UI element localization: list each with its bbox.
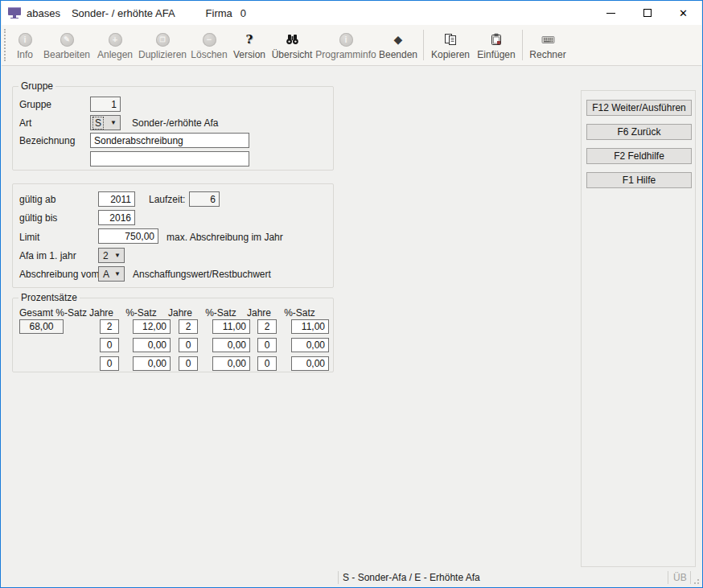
jahre-header: Jahre xyxy=(168,307,187,319)
f2-feldhilfe-button[interactable]: F2 Feldhilfe xyxy=(586,148,692,164)
satz-field-r1c3[interactable] xyxy=(291,319,329,334)
satz-field-r1c1[interactable] xyxy=(133,319,171,334)
satz-field-r2c2[interactable] xyxy=(212,338,250,352)
minimize-icon xyxy=(606,13,615,14)
toolbar-anlegen-button[interactable]: + Anlegen xyxy=(93,25,137,65)
jahre-field-r2c3[interactable] xyxy=(257,338,277,352)
f1-hilfe-button[interactable]: F1 Hilfe xyxy=(586,172,692,188)
maximize-icon xyxy=(643,9,652,17)
f6-zurueck-button[interactable]: F6 Zurück xyxy=(586,124,692,140)
satz-field-r3c3[interactable] xyxy=(291,356,329,371)
gueltig-ab-label: gültig ab xyxy=(19,194,56,205)
abschreibung-vom-dropdown[interactable]: A ▼ xyxy=(98,266,125,282)
statusbar-separator xyxy=(690,571,691,584)
bezeichnung-field[interactable] xyxy=(90,133,249,148)
art-description: Sonder-/erhöhte Afa xyxy=(132,117,218,129)
toolbar-uebersicht-button[interactable]: Übersicht xyxy=(269,25,315,65)
toolbar-version-button[interactable]: ? Version xyxy=(230,25,269,65)
toolbar-rechner-button[interactable]: Rechner xyxy=(526,25,569,65)
form-area: Gruppe Gruppe Art S ▼ Sonder-/erhöhte Af… xyxy=(2,67,701,569)
binoculars-icon xyxy=(286,32,299,47)
jahre-header: Jahre xyxy=(89,307,109,319)
toolbar-gripper[interactable] xyxy=(4,29,8,61)
satz-field-r3c1[interactable] xyxy=(133,356,171,371)
gruppe-groupbox-legend: Gruppe xyxy=(18,80,56,92)
jahre-field-r1c3[interactable] xyxy=(257,319,277,334)
abschreibung-description: Anschaffungswert/Restbuchwert xyxy=(133,269,271,280)
toolbar-programminfo-button[interactable]: i Programminfo xyxy=(315,25,376,65)
statusbar-separator xyxy=(338,571,339,584)
toolbar-bearbeiten-button[interactable]: ✎ Bearbeiten xyxy=(40,25,93,65)
gesamt-satz-label: Gesamt %-Satz xyxy=(19,307,87,319)
add-icon: + xyxy=(109,32,122,47)
resize-grip-icon[interactable] xyxy=(693,578,699,584)
diamond-icon: ◆ xyxy=(394,32,403,47)
toolbar: i Info ✎ Bearbeiten + Anlegen ❐ Duplizie… xyxy=(2,25,701,66)
toolbar-kopieren-button[interactable]: Kopieren xyxy=(427,25,474,65)
art-dropdown-value: S xyxy=(93,117,103,129)
f12-weiter-button[interactable]: F12 Weiter/Ausführen xyxy=(586,100,692,116)
limit-description: max. Abschreibung im Jahr xyxy=(166,232,283,243)
firma-label: Firma xyxy=(206,7,232,19)
gruppe-label: Gruppe xyxy=(19,99,51,110)
gueltig-bis-field[interactable] xyxy=(98,210,135,225)
statusbar-mode: ÜB xyxy=(673,572,687,583)
firma-value: 0 xyxy=(240,7,246,19)
afa-dropdown-value: 2 xyxy=(101,250,110,261)
abschreibung-vom-label: Abschreibung vom: xyxy=(19,269,102,280)
toolbar-info-button[interactable]: i Info xyxy=(10,25,40,65)
satz-field-r3c2[interactable] xyxy=(212,356,250,371)
jahre-field-r1c2[interactable] xyxy=(179,319,198,334)
toolbar-beenden-button[interactable]: ◆ Beenden xyxy=(376,25,420,65)
statusbar-hint: S - Sonder-Afa / E - Erhöhte Afa xyxy=(343,572,480,583)
toolbar-duplizieren-button[interactable]: ❐ Duplizieren xyxy=(137,25,188,65)
gueltig-ab-field[interactable] xyxy=(98,191,135,207)
info-circle-icon: i xyxy=(339,32,353,47)
calculator-icon xyxy=(541,32,555,47)
gueltig-bis-label: gültig bis xyxy=(19,212,57,224)
fkey-panel: F12 Weiter/Ausführen F6 Zurück F2 Feldhi… xyxy=(581,90,696,567)
app-name: abases xyxy=(27,7,60,19)
afa-im-1-jahr-label: Afa im 1. jahr xyxy=(19,250,76,261)
satz-field-r2c1[interactable] xyxy=(133,338,171,352)
info-circle-icon: i xyxy=(18,32,32,47)
minimize-button[interactable] xyxy=(593,1,629,25)
jahre-field-r3c1[interactable] xyxy=(100,356,119,371)
satz-header: %-Satz xyxy=(281,307,319,319)
statusbar: S - Sonder-Afa / E - Erhöhte Afa ÜB xyxy=(2,569,701,586)
gesamt-satz-field[interactable] xyxy=(19,319,64,334)
toolbar-einfuegen-button[interactable]: Einfügen xyxy=(474,25,519,65)
satz-header: %-Satz xyxy=(122,307,160,319)
abschreibung-dropdown-value: A xyxy=(101,269,111,280)
jahre-field-r3c3[interactable] xyxy=(257,356,277,371)
jahre-field-r2c2[interactable] xyxy=(179,338,198,352)
toolbar-separator xyxy=(522,30,523,60)
bezeichnung2-field[interactable] xyxy=(90,151,249,167)
close-button[interactable]: ✕ xyxy=(665,1,701,25)
jahre-field-r1c1[interactable] xyxy=(100,319,119,334)
window-controls: ✕ xyxy=(593,1,701,25)
bezeichnung-label: Bezeichnung xyxy=(19,135,75,146)
jahre-field-r3c2[interactable] xyxy=(179,356,198,371)
gruppe-field[interactable] xyxy=(90,97,121,112)
chevron-down-icon: ▼ xyxy=(114,270,121,278)
satz-field-r1c2[interactable] xyxy=(212,319,250,334)
jahre-header: Jahre xyxy=(247,307,266,319)
app-window: abases Sonder- / erhöhte AFA Firma 0 ✕ i… xyxy=(0,0,703,588)
maximize-button[interactable] xyxy=(629,1,665,25)
duplicate-icon: ❐ xyxy=(156,32,170,47)
paste-icon xyxy=(490,32,503,47)
art-dropdown[interactable]: S ▼ xyxy=(90,115,121,130)
satz-field-r2c3[interactable] xyxy=(291,338,329,352)
afa-im-1-jahr-dropdown[interactable]: 2 ▼ xyxy=(98,248,125,263)
statusbar-separator xyxy=(668,571,668,584)
toolbar-separator xyxy=(423,30,424,60)
jahre-field-r2c1[interactable] xyxy=(100,338,119,352)
toolbar-loeschen-button[interactable]: − Löschen xyxy=(188,25,230,65)
chevron-down-icon: ▼ xyxy=(114,252,121,259)
limit-field[interactable] xyxy=(98,228,158,244)
prozentsaetze-groupbox-legend: Prozentsätze xyxy=(18,292,80,303)
copy-icon xyxy=(444,32,457,47)
titlebar: abases Sonder- / erhöhte AFA Firma 0 ✕ xyxy=(2,1,701,25)
laufzeit-field[interactable] xyxy=(189,191,220,207)
